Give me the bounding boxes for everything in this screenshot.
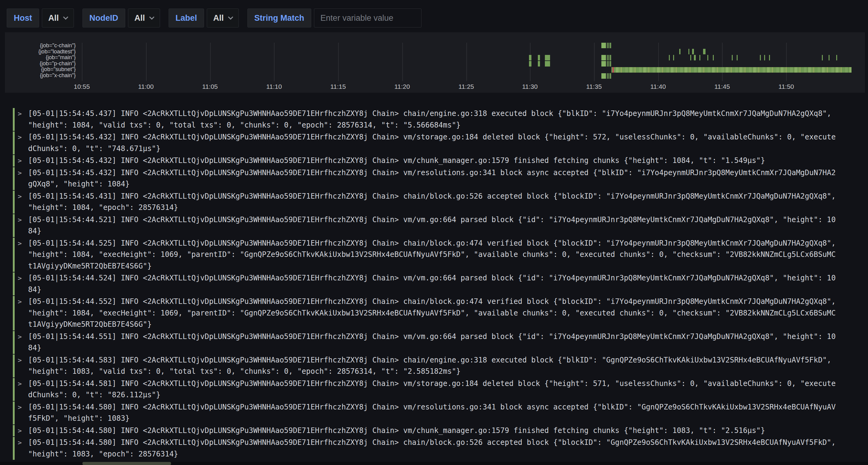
- legend-item-0[interactable]: {job="c-chain"}: [5, 43, 76, 49]
- time-tick-label: 11:50: [778, 83, 794, 90]
- timeline-legend: {job="c-chain"}{job="loadtest"}{job="mai…: [5, 43, 76, 78]
- log-row[interactable]: >[05-01|15:54:45.432] INFO <2AcRkXTLLtQj…: [13, 132, 865, 155]
- expand-log-icon[interactable]: >: [18, 272, 25, 284]
- horizontal-scrollbar: [0, 462, 868, 465]
- nodeid-label: NodeID: [83, 8, 126, 28]
- log-volume-mark: [836, 55, 837, 60]
- log-line: [05-01|15:54:44.580] INFO <2AcRkXTLLtQjv…: [28, 425, 865, 437]
- label-label: Label: [168, 8, 204, 28]
- time-tick-label: 10:55: [74, 83, 90, 90]
- log-line: dChunks": 0, "t": "748.671µs"}: [28, 143, 865, 155]
- time-tick-label: 11:15: [330, 83, 346, 90]
- logs-panel: >[05-01|15:54:45.437] INFO <2AcRkXTLLtQj…: [5, 108, 865, 461]
- log-volume-timeline-panel: {job="c-chain"}{job="loadtest"}{job="mai…: [5, 32, 865, 93]
- log-line: "height": 1083, "epoch": 28576314}: [28, 449, 865, 460]
- alert-mark: [612, 67, 614, 73]
- time-tick-label: 11:20: [394, 83, 410, 90]
- log-row-lines: [05-01|15:54:44.583] INFO <2AcRkXTLLtQjv…: [28, 355, 865, 377]
- chevron-down-icon: [63, 14, 68, 20]
- log-volume-mark: [732, 55, 733, 60]
- log-row[interactable]: >[05-01|15:54:44.583] INFO <2AcRkXTLLtQj…: [13, 355, 865, 377]
- log-line: [05-01|15:54:44.525] INFO <2AcRkXTLLtQjv…: [28, 238, 865, 249]
- series-row-2: [10, 55, 864, 60]
- log-row-lines: [05-01|15:54:45.432] INFO <2AcRkXTLLtQjv…: [28, 167, 865, 190]
- log-line: [05-01|15:54:45.432] INFO <2AcRkXTLLtQjv…: [28, 155, 865, 167]
- legend-item-3[interactable]: {job="p-chain"}: [5, 61, 76, 67]
- series-row-1: [10, 49, 864, 54]
- string-match-input[interactable]: [314, 8, 422, 28]
- log-volume-mark: [673, 55, 674, 60]
- expand-log-icon[interactable]: >: [18, 331, 25, 343]
- log-volume-mark: [601, 55, 606, 60]
- log-line: "height": 1084, "epoch": 28576314}: [28, 202, 865, 213]
- log-volume-mark: [829, 55, 830, 60]
- expand-log-icon[interactable]: >: [18, 214, 25, 226]
- log-line: [05-01|15:54:44.581] INFO <2AcRkXTLLtQjv…: [28, 378, 865, 390]
- log-volume-mark: [694, 55, 696, 60]
- log-row[interactable]: >[05-01|15:54:44.551] INFO <2AcRkXTLLtQj…: [13, 331, 865, 354]
- log-line: [05-01|15:54:44.521] INFO <2AcRkXTLLtQjv…: [28, 214, 865, 226]
- expand-log-icon[interactable]: >: [18, 296, 25, 307]
- legend-item-1[interactable]: {job="loadtest"}: [5, 49, 76, 55]
- variable-nodeid: NodeID All: [83, 8, 160, 28]
- expand-log-icon[interactable]: >: [18, 238, 25, 249]
- log-row[interactable]: >[05-01|15:54:45.432] INFO <2AcRkXTLLtQj…: [13, 155, 865, 167]
- variable-label: Label All: [168, 8, 239, 28]
- legend-item-4[interactable]: {job="subnet"}: [5, 67, 76, 73]
- log-row[interactable]: >[05-01|15:54:44.580] INFO <2AcRkXTLLtQj…: [13, 425, 865, 437]
- log-line: gQXq8", "height": 1084}: [28, 178, 865, 190]
- log-row[interactable]: >[05-01|15:54:44.581] INFO <2AcRkXTLLtQj…: [13, 378, 865, 401]
- log-line: [05-01|15:54:45.432] INFO <2AcRkXTLLtQjv…: [28, 167, 865, 179]
- log-row[interactable]: >[05-01|15:54:44.580] INFO <2AcRkXTLLtQj…: [13, 402, 865, 424]
- log-volume-mark: [610, 73, 611, 79]
- log-row[interactable]: >[05-01|15:54:45.432] INFO <2AcRkXTLLtQj…: [13, 167, 865, 190]
- expand-log-icon[interactable]: >: [18, 191, 25, 202]
- log-line: [05-01|15:54:45.437] INFO <2AcRkXTLLtQjv…: [28, 108, 865, 120]
- time-tick-label: 11:35: [586, 83, 602, 90]
- scrollbar-thumb[interactable]: [83, 462, 171, 465]
- log-volume-mark: [601, 43, 606, 48]
- log-row[interactable]: >[05-01|15:54:44.525] INFO <2AcRkXTLLtQj…: [13, 238, 865, 272]
- log-line: [05-01|15:54:44.580] INFO <2AcRkXTLLtQjv…: [28, 402, 865, 413]
- log-line: dChunks": 0, "t": "826.112µs"}: [28, 389, 865, 401]
- log-volume-mark: [700, 55, 700, 60]
- log-line: [05-01|15:54:44.583] INFO <2AcRkXTLLtQjv…: [28, 355, 865, 366]
- log-volume-mark: [601, 61, 606, 67]
- log-volume-mark: [610, 55, 611, 60]
- log-volume-bar: [612, 67, 852, 73]
- log-volume-mark: [609, 43, 609, 48]
- time-tick-label: 11:25: [459, 83, 474, 90]
- log-row[interactable]: >[05-01|15:54:44.580] INFO <2AcRkXTLLtQj…: [13, 437, 865, 460]
- series-row-0: [10, 43, 864, 48]
- expand-log-icon[interactable]: >: [18, 132, 25, 143]
- expand-log-icon[interactable]: >: [18, 355, 25, 366]
- log-row[interactable]: >[05-01|15:54:44.552] INFO <2AcRkXTLLtQj…: [13, 296, 865, 330]
- expand-log-icon[interactable]: >: [18, 167, 25, 179]
- log-row[interactable]: >[05-01|15:54:45.437] INFO <2AcRkXTLLtQj…: [13, 108, 865, 131]
- log-row[interactable]: >[05-01|15:54:44.521] INFO <2AcRkXTLLtQj…: [13, 214, 865, 237]
- expand-log-icon[interactable]: >: [18, 437, 25, 449]
- log-row-lines: [05-01|15:54:44.551] INFO <2AcRkXTLLtQjv…: [28, 331, 865, 354]
- expand-log-icon[interactable]: >: [18, 108, 25, 120]
- nodeid-value-dropdown[interactable]: All: [128, 8, 160, 28]
- log-volume-mark: [679, 49, 680, 54]
- log-row[interactable]: >[05-01|15:54:44.524] INFO <2AcRkXTLLtQj…: [13, 272, 865, 295]
- log-volume-mark: [669, 55, 670, 60]
- legend-item-5[interactable]: {job="x-chain"}: [5, 73, 76, 79]
- log-volume-mark: [607, 61, 608, 67]
- log-volume-mark: [545, 61, 550, 67]
- host-value-dropdown[interactable]: All: [42, 8, 74, 28]
- expand-log-icon[interactable]: >: [18, 378, 25, 390]
- log-row[interactable]: >[05-01|15:54:45.431] INFO <2AcRkXTLLtQj…: [13, 191, 865, 213]
- legend-item-2[interactable]: {job="main"}: [5, 55, 76, 61]
- log-volume-mark: [764, 55, 765, 60]
- series-row-3: [10, 61, 864, 67]
- expand-log-icon[interactable]: >: [18, 155, 25, 167]
- log-volume-mark: [538, 61, 540, 67]
- expand-log-icon[interactable]: >: [18, 425, 25, 437]
- expand-log-icon[interactable]: >: [18, 402, 25, 413]
- label-value-dropdown[interactable]: All: [207, 8, 239, 28]
- label-selected-value: All: [213, 13, 224, 23]
- log-volume-mark: [760, 55, 761, 60]
- variables-bar: Host All NodeID All Label All String Mat…: [7, 8, 422, 28]
